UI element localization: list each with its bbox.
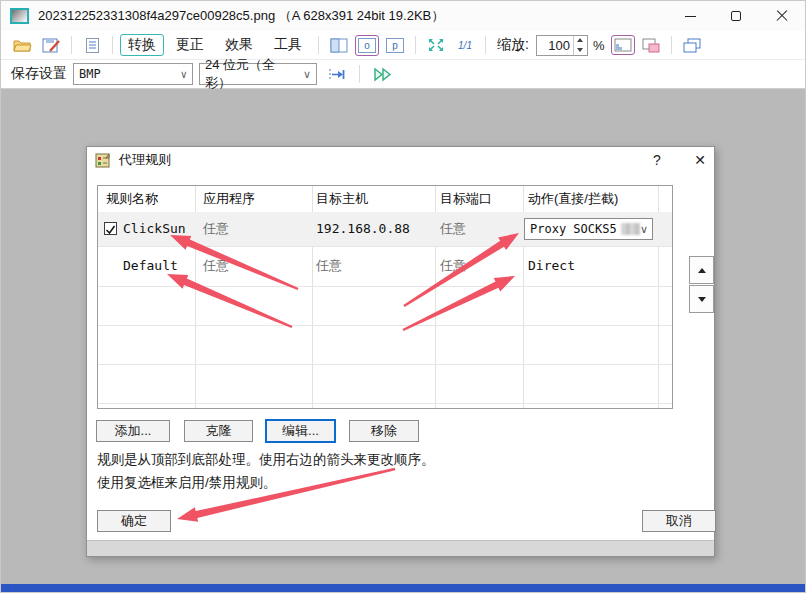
- zoom-value[interactable]: 100: [537, 36, 573, 55]
- toolbar-separator: [415, 36, 416, 54]
- info-line-checkbox: 使用复选框来启用/禁用规则。: [97, 474, 276, 492]
- clone-button[interactable]: 克隆: [184, 420, 253, 442]
- rule-target-port: 任意: [440, 246, 466, 286]
- actual-size-icon: 1/1: [458, 40, 472, 51]
- open-folder-icon: [13, 38, 32, 53]
- maximize-button[interactable]: [713, 1, 759, 31]
- down-arrow-icon: [577, 48, 583, 52]
- status-bar: [1, 584, 805, 592]
- column-header-rule-name[interactable]: 规则名称: [106, 186, 158, 212]
- format-value: BMP: [79, 67, 101, 81]
- jump-to-end-icon: [328, 67, 345, 82]
- fast-forward-icon: [373, 67, 393, 82]
- save-button[interactable]: [38, 33, 64, 57]
- menu-correct[interactable]: 更正: [167, 34, 213, 56]
- original-view-icon: o: [358, 38, 376, 53]
- minimize-button[interactable]: [667, 1, 713, 31]
- close-icon: [776, 10, 788, 22]
- rule-enabled-checkbox[interactable]: [104, 222, 117, 235]
- rule-name: ClickSun: [123, 212, 186, 246]
- info-line-order: 规则是从顶部到底部处理。使用右边的箭头来更改顺序。: [97, 451, 435, 469]
- depth-value: 24 位元（全彩）: [205, 56, 297, 92]
- edit-button[interactable]: 编辑...: [265, 419, 336, 443]
- split-view-button[interactable]: [326, 33, 352, 57]
- close-button[interactable]: [759, 1, 805, 31]
- dialog-title: 代理规则: [119, 151, 171, 169]
- cascade-windows-icon: [683, 38, 701, 53]
- toolbar-separator: [71, 36, 72, 54]
- column-header-action[interactable]: 动作(直接/拦截): [528, 186, 618, 212]
- remove-button[interactable]: 移除: [349, 420, 419, 442]
- rule-action: Direct: [528, 246, 575, 286]
- image-info-button[interactable]: [79, 33, 105, 57]
- menu-convert[interactable]: 转换: [120, 34, 164, 56]
- grid-line: [98, 286, 672, 287]
- down-arrow-icon: [698, 297, 706, 302]
- preview-view-icon: p: [386, 38, 404, 53]
- open-file-button[interactable]: [9, 33, 35, 57]
- dialog-close-button[interactable]: ✕: [687, 149, 713, 171]
- dialog-help-button[interactable]: ?: [645, 149, 669, 171]
- rule-application: 任意: [203, 246, 229, 286]
- resize-image-button[interactable]: [638, 33, 664, 57]
- percent-label: %: [593, 38, 605, 53]
- column-header-application[interactable]: 应用程序: [203, 186, 255, 212]
- toolbar-separator: [485, 36, 486, 54]
- move-down-button[interactable]: [689, 285, 714, 313]
- rules-table: 规则名称 应用程序 目标主机 目标端口 动作(直接/拦截) ClickSun 任…: [97, 185, 673, 409]
- apply-settings-button[interactable]: [323, 62, 349, 86]
- rule-target-host: 192.168.0.88: [316, 212, 410, 246]
- toolbar-separator: [671, 36, 672, 54]
- document-icon: [85, 37, 100, 54]
- grid-line: [98, 364, 672, 365]
- table-row-clicksun[interactable]: ClickSun 任意 192.168.0.88 任意 Proxy SOCKS5…: [98, 212, 672, 246]
- action-value: Proxy SOCKS5: [530, 222, 617, 236]
- toolbar-separator: [359, 65, 360, 83]
- batch-convert-button[interactable]: [370, 62, 396, 86]
- fit-window-button[interactable]: [423, 33, 449, 57]
- rule-application: 任意: [203, 212, 229, 246]
- table-row-default[interactable]: Default 任意 任意 任意 Direct: [98, 246, 672, 286]
- preview-view-button[interactable]: p: [382, 33, 408, 57]
- rule-name: Default: [123, 246, 178, 286]
- actual-size-button[interactable]: 1/1: [452, 33, 478, 57]
- save-settings-label: 保存设置: [11, 65, 67, 83]
- resize-image-icon: [642, 38, 660, 53]
- action-select[interactable]: Proxy SOCKS5 ∨: [524, 218, 653, 240]
- format-select[interactable]: BMP ∨: [73, 63, 193, 85]
- cancel-button[interactable]: 取消: [642, 510, 716, 532]
- canvas-size-button[interactable]: [611, 35, 635, 55]
- add-button[interactable]: 添加...: [96, 420, 170, 442]
- proxy-rules-icon: [95, 152, 112, 169]
- zoom-label: 缩放:: [497, 36, 529, 54]
- color-depth-select[interactable]: 24 位元（全彩） ∨: [199, 63, 317, 85]
- rule-target-host: 任意: [316, 246, 342, 286]
- maximize-icon: [731, 11, 741, 21]
- canvas-size-icon: [614, 38, 632, 52]
- ok-button[interactable]: 确定: [97, 510, 171, 532]
- menu-effects[interactable]: 效果: [216, 34, 262, 56]
- column-header-target-port[interactable]: 目标端口: [440, 186, 492, 212]
- rule-target-port: 任意: [440, 212, 466, 246]
- window-titlebar: 202312252331308f4a297ce00928c5.png （A 62…: [1, 1, 805, 31]
- chevron-down-icon: ∨: [174, 68, 187, 81]
- window-title: 202312252331308f4a297ce00928c5.png （A 62…: [38, 7, 444, 25]
- dialog-titlebar: 代理规则 ? ✕: [87, 147, 714, 173]
- toolbar-separator: [318, 36, 319, 54]
- move-up-button[interactable]: [689, 256, 714, 284]
- cascade-windows-button[interactable]: [679, 33, 705, 57]
- chevron-down-icon: ∨: [297, 68, 311, 81]
- zoom-decrease-button[interactable]: [574, 45, 587, 55]
- censored-proxy-name: [621, 223, 640, 235]
- zoom-spinbox[interactable]: 100: [536, 35, 588, 56]
- original-view-button[interactable]: o: [355, 35, 379, 56]
- main-toolbar: 转换 更正 效果 工具 o p 1/1 缩放: 100: [1, 31, 805, 60]
- column-header-target-host[interactable]: 目标主机: [316, 186, 368, 212]
- menu-tools[interactable]: 工具: [265, 34, 311, 56]
- app-window: 202312252331308f4a297ce00928c5.png （A 62…: [0, 0, 806, 593]
- proxy-rules-dialog: 代理规则 ? ✕ 规则名称 应用程序 目标主机 目标端口 动作(直接/拦截): [86, 146, 715, 557]
- toolbar-separator: [112, 36, 113, 54]
- grid-line: [98, 403, 672, 404]
- chevron-down-icon: ∨: [640, 223, 648, 236]
- zoom-increase-button[interactable]: [574, 36, 587, 46]
